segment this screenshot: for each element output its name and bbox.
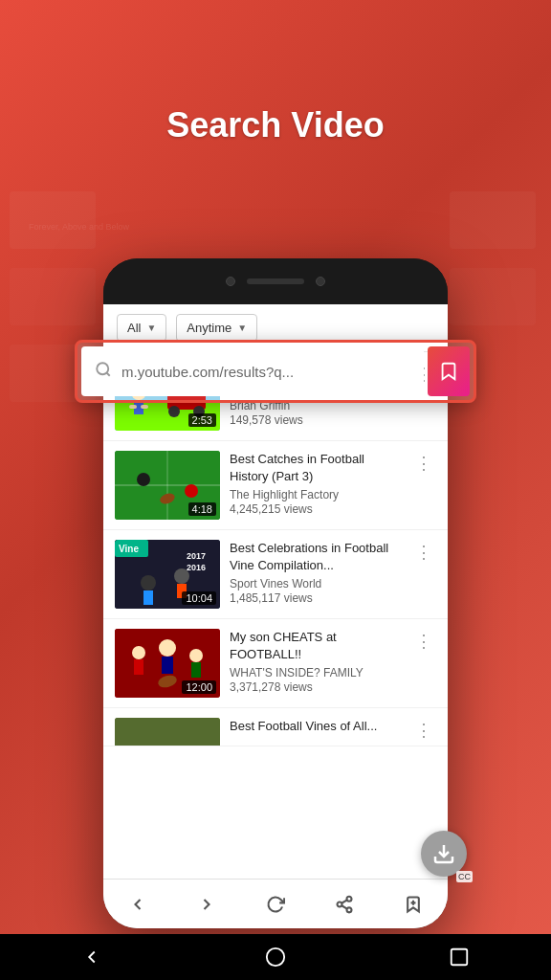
svg-point-33 [132,646,145,659]
video-2-info: Best Catches in Football History (Part 3… [230,451,402,516]
svg-point-42 [338,902,342,906]
svg-point-37 [189,649,203,662]
filter-time-dropdown[interactable]: Anytime ▼ [176,314,257,342]
search-bar-container: m.youtube.com/results?q... [75,340,476,403]
svg-rect-15 [129,405,137,409]
video-thumbnail-2: 4:18 [115,451,220,520]
video-item[interactable]: Vine 2017 2016 10:04 Best Celebrations i… [103,530,448,619]
video-3-duration: 10:04 [182,591,216,605]
video-2-views: 4,245,215 views [230,502,402,516]
forward-button[interactable] [186,883,228,925]
video-3-channel: Sport Vines World [230,577,402,590]
svg-point-6 [97,363,108,374]
svg-point-11 [168,406,180,417]
svg-rect-40 [115,718,220,746]
video-5-info: Best Football Vines of All... [230,718,402,738]
filter-time-arrow: ▼ [237,323,247,333]
video-1-views: 149,578 views [230,413,402,427]
system-recents-button[interactable] [438,936,480,978]
svg-line-7 [106,372,109,375]
filter-type-label: All [127,321,141,335]
svg-point-20 [137,473,150,486]
svg-rect-29 [143,590,153,605]
video-thumbnail-3: Vine 2017 2016 10:04 [115,540,220,609]
video-2-channel: The Highlight Factory [230,488,402,501]
search-url-text: m.youtube.com/results?q... [121,364,410,380]
video-3-more-button[interactable]: ⋮ [411,542,436,563]
svg-rect-36 [162,657,173,674]
svg-text:Vine: Vine [119,544,139,554]
page-title: Search Video [0,105,551,145]
video-item[interactable]: Best Football Vines of All... ⋮ [103,708,448,746]
video-list: 2:53 Family Guy - Stewie signing up for … [103,352,448,879]
svg-rect-38 [191,662,201,678]
svg-rect-0 [10,191,96,249]
video-4-title: My son CHEATS at FOOTBALL!! [230,629,402,663]
phone-top-bar [103,258,448,304]
search-bar-overlay: m.youtube.com/results?q... [75,340,476,403]
system-nav-bar [0,934,551,980]
phone-camera-right [316,277,325,286]
filter-time-label: Anytime [187,321,231,335]
video-4-duration: 12:00 [182,680,216,694]
svg-rect-34 [134,659,143,675]
svg-point-43 [347,907,352,912]
video-item[interactable]: 12:00 My son CHEATS at FOOTBALL!! WHAT'S… [103,619,448,708]
video-4-more-button[interactable]: ⋮ [411,631,436,652]
bookmark-button[interactable] [428,346,470,396]
video-2-duration: 4:18 [188,502,216,516]
svg-text:Forever, Above and Below: Forever, Above and Below [29,222,130,232]
svg-point-41 [347,896,352,901]
refresh-button[interactable] [254,883,297,925]
share-button[interactable] [323,883,365,925]
system-back-button[interactable] [71,936,113,978]
svg-rect-16 [141,405,148,409]
video-4-info: My son CHEATS at FOOTBALL!! WHAT'S INSID… [230,629,402,694]
svg-point-21 [185,484,198,498]
cc-badge: CC [456,871,473,882]
download-fab[interactable] [421,831,467,877]
video-4-channel: WHAT'S INSIDE? FAMILY [230,666,402,679]
svg-text:2016: 2016 [187,563,206,572]
video-3-title: Best Celebrations in Football Vine Compi… [230,540,402,574]
svg-rect-4 [450,268,536,325]
video-3-info: Best Celebrations in Football Vine Compi… [230,540,402,605]
svg-text:2017: 2017 [187,551,206,561]
phone-speaker [247,278,304,284]
video-2-title: Best Catches in Football History (Part 3… [230,451,402,485]
video-4-views: 3,371,278 views [230,680,402,694]
svg-point-35 [159,639,176,657]
video-5-title: Best Football Vines of All... [230,718,402,735]
back-button[interactable] [117,883,159,925]
system-home-button[interactable] [254,936,297,978]
search-icon [95,361,112,383]
svg-point-49 [267,948,284,966]
video-3-views: 1,485,117 views [230,591,402,605]
add-bookmark-button[interactable] [392,883,434,925]
video-5-more-button[interactable]: ⋮ [411,720,436,741]
video-thumbnail-5 [115,718,220,746]
svg-rect-3 [450,191,536,249]
svg-rect-50 [452,949,468,966]
video-thumbnail-4: 12:00 [115,629,220,698]
svg-rect-1 [10,268,96,325]
filter-type-dropdown[interactable]: All ▼ [117,314,166,342]
svg-point-28 [141,575,156,590]
video-1-duration: 2:53 [188,413,216,427]
video-item[interactable]: 4:18 Best Catches in Football History (P… [103,441,448,530]
video-2-more-button[interactable]: ⋮ [411,453,436,474]
search-input-wrapper[interactable]: m.youtube.com/results?q... [81,346,424,396]
svg-point-30 [174,568,189,584]
phone-nav-bar [103,879,448,928]
svg-line-44 [342,905,347,908]
svg-line-45 [342,900,347,902]
filter-type-arrow: ▼ [146,323,156,333]
phone-camera-left [226,277,235,286]
